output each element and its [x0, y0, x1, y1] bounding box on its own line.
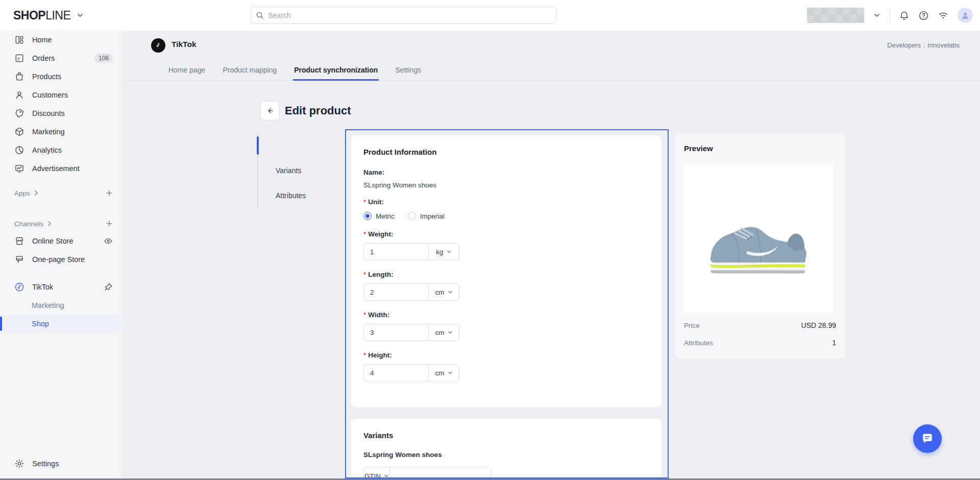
sidebar-item-label: Marketing: [32, 128, 65, 136]
length-label: *Length:: [363, 271, 649, 278]
chat-support-button[interactable]: [913, 424, 942, 453]
sidebar-item-marketing[interactable]: Marketing: [0, 123, 122, 141]
topbar: SHOPLINE: [0, 0, 980, 31]
home-icon: [14, 35, 24, 45]
height-input[interactable]: [364, 365, 428, 381]
preview-card: Preview Pric: [675, 134, 845, 359]
required-asterisk: *: [363, 271, 366, 278]
sidebar-item-label: Online Store: [32, 237, 74, 245]
topbar-divider: [890, 9, 890, 22]
length-input-group: cm: [363, 283, 459, 301]
sidebar-item-orders[interactable]: Orders 106: [0, 49, 122, 67]
weight-unit-select[interactable]: kg: [428, 244, 459, 260]
shopline-logo-text: SHOPLINE: [13, 9, 70, 22]
radio-label: Metric: [376, 212, 395, 220]
user-avatar[interactable]: [958, 8, 973, 23]
height-label: *Height:: [363, 351, 649, 359]
gtin-input-group: GTIN: [363, 467, 491, 478]
help-icon[interactable]: [918, 10, 929, 21]
section-nav-attributes[interactable]: Attributes: [276, 191, 306, 200]
required-asterisk: *: [363, 311, 366, 319]
width-label: *Width:: [363, 311, 649, 319]
sidebar-item-label: Discounts: [32, 109, 65, 117]
sidebar-item-label: Customers: [32, 91, 68, 99]
variant-product-name: SLspring Women shoes: [363, 451, 649, 459]
chevron-right-icon: [33, 190, 39, 196]
product-image: [684, 164, 833, 312]
sidebar-item-label: Advertisement: [32, 164, 80, 173]
width-input[interactable]: [364, 324, 428, 341]
sidebar-item-home[interactable]: Home: [0, 31, 122, 49]
account-chevron-down-icon[interactable]: [873, 11, 881, 19]
preview-attributes-row: Attributes 1: [684, 339, 836, 347]
logo-chevron-down-icon[interactable]: [77, 12, 84, 19]
price-value: USD 28.99: [801, 321, 836, 329]
sidebar-item-advertisement[interactable]: Advertisement: [0, 159, 122, 178]
width-unit-select[interactable]: cm: [428, 324, 459, 341]
orders-count-badge: 106: [94, 54, 113, 63]
sidebar-channels-header[interactable]: Channels: [0, 215, 122, 232]
tab-product-synchronization[interactable]: Product synchronization: [293, 60, 379, 81]
pin-icon[interactable]: [104, 282, 113, 292]
height-input-group: cm: [363, 364, 459, 381]
length-input[interactable]: [364, 284, 428, 300]
sidebar-subitem-tiktok-shop[interactable]: Shop: [0, 315, 122, 333]
gear-icon: [14, 459, 24, 469]
sidebar-item-products[interactable]: Products: [0, 67, 122, 86]
global-search[interactable]: [250, 7, 556, 24]
unit-value: kg: [436, 248, 443, 256]
sidebar-item-label: TikTok: [32, 283, 53, 291]
unit-value: cm: [435, 289, 445, 296]
shoe-illustration: [687, 197, 830, 279]
attributes-value: 1: [832, 339, 836, 347]
add-channel-button[interactable]: [106, 220, 113, 227]
gtin-type-select[interactable]: GTIN: [364, 467, 390, 478]
add-app-button[interactable]: [106, 189, 113, 197]
sidebar-item-label: Products: [32, 73, 61, 81]
unit-label: *Unit:: [363, 198, 649, 206]
sidebar-item-discounts[interactable]: Discounts: [0, 104, 122, 123]
chevron-down-icon: [384, 473, 389, 478]
tab-home-page[interactable]: Home page: [167, 60, 206, 81]
sidebar-item-online-store[interactable]: Online Store: [0, 232, 122, 250]
name-label: Name:: [363, 169, 649, 176]
eye-icon[interactable]: [104, 236, 113, 246]
account-name-redacted: [807, 8, 864, 23]
sidebar-item-customers[interactable]: Customers: [0, 86, 122, 104]
radio-selected-icon: [363, 212, 372, 220]
sidebar-subitem-tiktok-marketing[interactable]: Marketing: [0, 296, 122, 315]
developer-info: Developers：Innovelabs: [887, 41, 960, 50]
shopline-logo[interactable]: SHOPLINE: [13, 0, 84, 31]
radio-imperial[interactable]: Imperial: [408, 212, 445, 220]
gtin-input[interactable]: [390, 467, 491, 478]
sidebar-item-one-page-store[interactable]: One-page Store: [0, 250, 122, 269]
sidebar-item-tiktok[interactable]: TikTok: [0, 278, 122, 296]
search-input[interactable]: [268, 11, 551, 19]
notifications-bell-icon[interactable]: [899, 10, 910, 21]
app-header: TikTok Developers：Innovelabs: [122, 31, 980, 60]
back-button[interactable]: [260, 101, 280, 121]
network-status-wifi-icon[interactable]: [938, 10, 949, 21]
chat-bubble-icon: [921, 432, 934, 445]
length-unit-select[interactable]: cm: [428, 284, 459, 300]
chevron-down-icon: [448, 370, 453, 375]
tab-product-mapping[interactable]: Product mapping: [222, 60, 278, 81]
arrow-left-icon: [265, 106, 275, 115]
radio-metric[interactable]: Metric: [363, 212, 395, 220]
tab-settings[interactable]: Settings: [394, 60, 422, 81]
unit-value: cm: [435, 369, 445, 377]
sidebar-item-settings[interactable]: Settings: [0, 454, 122, 473]
height-unit-select[interactable]: cm: [428, 365, 459, 381]
selected-region-highlight: Product Information Name: SLspring Women…: [345, 129, 669, 478]
app-tabs: Home page Product mapping Product synchr…: [122, 60, 980, 81]
section-nav-variants[interactable]: Variants: [276, 166, 301, 175]
product-information-title: Product Information: [363, 148, 649, 156]
sidebar-apps-header[interactable]: Apps: [0, 185, 122, 201]
sidebar-item-analytics[interactable]: Analytics: [0, 141, 122, 159]
attributes-label: Attributes: [684, 339, 713, 347]
weight-input[interactable]: [364, 244, 428, 260]
orders-icon: [14, 53, 24, 63]
sidebar-subitem-label: Marketing: [32, 301, 64, 309]
marketing-icon: [14, 127, 24, 137]
tiktok-channel-icon: [14, 282, 24, 292]
